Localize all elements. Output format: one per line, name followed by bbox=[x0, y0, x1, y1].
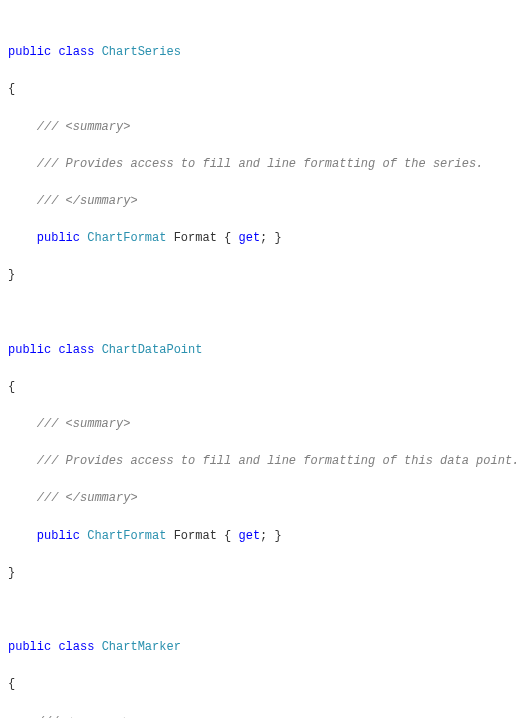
code-line: /// </summary> bbox=[8, 192, 523, 211]
code-line: { bbox=[8, 675, 523, 694]
code-line: public class ChartSeries bbox=[8, 43, 523, 62]
brace-open: { bbox=[8, 82, 15, 96]
member-name: Format bbox=[174, 231, 217, 245]
code-line: public class ChartMarker bbox=[8, 638, 523, 657]
type-name: ChartDataPoint bbox=[102, 343, 203, 357]
code-line: public class ChartDataPoint bbox=[8, 341, 523, 360]
blank-line bbox=[8, 601, 523, 620]
code-line: /// Provides access to fill and line for… bbox=[8, 155, 523, 174]
type-ref: ChartFormat bbox=[87, 231, 166, 245]
xml-doc-summary-close: /// </summary> bbox=[37, 194, 138, 208]
code-line: } bbox=[8, 266, 523, 285]
xml-doc-summary-open: /// <summary> bbox=[37, 715, 131, 718]
code-line: /// </summary> bbox=[8, 489, 523, 508]
brace-open: { bbox=[8, 380, 15, 394]
keyword-public: public bbox=[37, 529, 80, 543]
code-line: /// Provides access to fill and line for… bbox=[8, 452, 523, 471]
brace-close: } bbox=[8, 566, 15, 580]
member-name: Format bbox=[174, 529, 217, 543]
code-line: public ChartFormat Format { get; } bbox=[8, 229, 523, 248]
code-line: /// <summary> bbox=[8, 713, 523, 718]
code-line: public ChartFormat Format { get; } bbox=[8, 527, 523, 546]
brace-open: { bbox=[8, 677, 15, 691]
keyword-public: public bbox=[8, 343, 51, 357]
code-line: { bbox=[8, 80, 523, 99]
keyword-class: class bbox=[58, 45, 94, 59]
brace-open: { bbox=[217, 529, 239, 543]
xml-doc-summary-open: /// <summary> bbox=[37, 120, 131, 134]
brace-close: ; } bbox=[260, 529, 282, 543]
xml-doc-text: /// Provides access to fill and line for… bbox=[37, 157, 483, 171]
brace-close: ; } bbox=[260, 231, 282, 245]
xml-doc-summary-close: /// </summary> bbox=[37, 491, 138, 505]
keyword-class: class bbox=[58, 343, 94, 357]
keyword-public: public bbox=[8, 45, 51, 59]
code-line: { bbox=[8, 378, 523, 397]
brace-close: } bbox=[8, 268, 15, 282]
code-line: /// <summary> bbox=[8, 118, 523, 137]
keyword-public: public bbox=[37, 231, 80, 245]
brace-open: { bbox=[217, 231, 239, 245]
keyword-public: public bbox=[8, 640, 51, 654]
keyword-class: class bbox=[58, 640, 94, 654]
blank-line bbox=[8, 304, 523, 323]
keyword-get: get bbox=[238, 231, 260, 245]
keyword-get: get bbox=[238, 529, 260, 543]
xml-doc-summary-open: /// <summary> bbox=[37, 417, 131, 431]
code-line: /// <summary> bbox=[8, 415, 523, 434]
type-name: ChartSeries bbox=[102, 45, 181, 59]
xml-doc-text: /// Provides access to fill and line for… bbox=[37, 454, 519, 468]
type-ref: ChartFormat bbox=[87, 529, 166, 543]
code-line: } bbox=[8, 564, 523, 583]
type-name: ChartMarker bbox=[102, 640, 181, 654]
